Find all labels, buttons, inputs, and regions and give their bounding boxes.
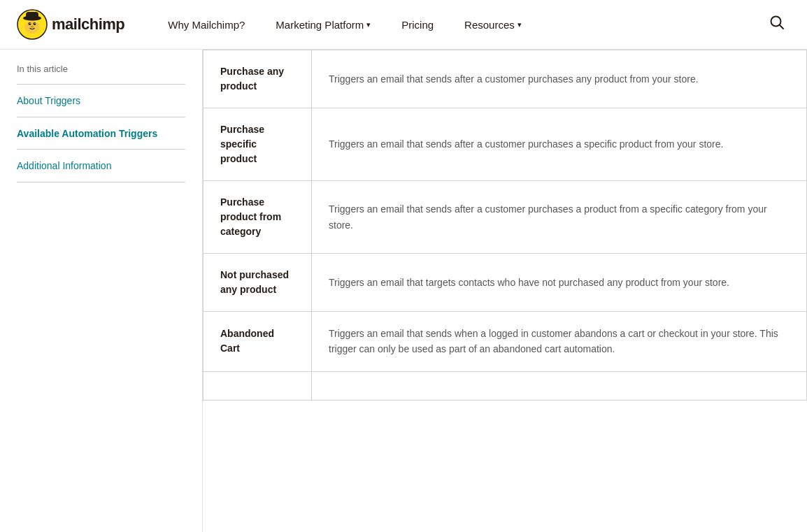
marketing-chevron-icon: ▾	[366, 20, 371, 29]
table-row: Not purchased any product Triggers an em…	[203, 254, 807, 312]
table-row: Purchase any product Triggers an email t…	[203, 50, 807, 108]
table-row: Purchase specific product Triggers an em…	[203, 108, 807, 181]
table-row	[203, 371, 807, 400]
logo-text: mailchimp	[52, 15, 124, 34]
logo-icon	[17, 9, 48, 40]
nav-links: Why Mailchimp? Marketing Platform ▾ Pric…	[152, 0, 764, 50]
table-row: Purchase product from category Triggers …	[203, 181, 807, 254]
trigger-description: Triggers an email that targets contacts …	[312, 254, 807, 312]
sidebar-item-additional-info[interactable]: Additional Information	[17, 159, 185, 173]
table-row: Abandoned Cart Triggers an email that se…	[203, 312, 807, 372]
trigger-name: Purchase specific product	[203, 108, 312, 181]
trigger-name	[203, 371, 312, 400]
sidebar-item-available-triggers[interactable]: Available Automation Triggers	[17, 127, 185, 141]
trigger-description: Triggers an email that sends after a cus…	[312, 181, 807, 254]
sidebar-divider-1	[17, 84, 185, 85]
svg-line-11	[780, 25, 783, 29]
sidebar: In this article About Triggers Available…	[0, 50, 203, 532]
svg-point-5	[29, 23, 30, 24]
nav-item-why[interactable]: Why Mailchimp?	[152, 0, 260, 50]
in-this-article-label: In this article	[17, 64, 185, 74]
nav-item-pricing[interactable]: Pricing	[386, 0, 449, 50]
svg-point-3	[29, 22, 31, 25]
svg-rect-9	[26, 12, 38, 20]
trigger-name: Purchase product from category	[203, 181, 312, 254]
trigger-description: Triggers an email that sends when a logg…	[312, 312, 807, 372]
search-button[interactable]	[764, 9, 790, 40]
trigger-name: Not purchased any product	[203, 254, 312, 312]
trigger-description: Triggers an email that sends after a cus…	[312, 108, 807, 181]
triggers-table: Purchase any product Triggers an email t…	[203, 50, 807, 401]
trigger-description: Triggers an email that sends after a cus…	[312, 50, 807, 108]
sidebar-item-about-triggers[interactable]: About Triggers	[17, 94, 185, 108]
resources-chevron-icon: ▾	[517, 20, 522, 29]
trigger-name: Abandoned Cart	[203, 312, 312, 372]
svg-point-4	[34, 22, 36, 25]
nav-item-resources[interactable]: Resources ▾	[449, 0, 537, 50]
svg-point-6	[34, 23, 35, 24]
sidebar-divider-4	[17, 182, 185, 182]
trigger-name: Purchase any product	[203, 50, 312, 108]
logo-link[interactable]: mailchimp	[17, 9, 124, 40]
nav-item-marketing[interactable]: Marketing Platform ▾	[260, 0, 386, 50]
trigger-description	[312, 371, 807, 400]
sidebar-divider-2	[17, 117, 185, 117]
search-icon	[769, 15, 785, 30]
sidebar-divider-3	[17, 149, 185, 150]
svg-point-7	[31, 26, 34, 28]
navbar: mailchimp Why Mailchimp? Marketing Platf…	[0, 0, 807, 50]
page-layout: In this article About Triggers Available…	[0, 50, 807, 532]
main-content: Purchase any product Triggers an email t…	[203, 50, 807, 532]
